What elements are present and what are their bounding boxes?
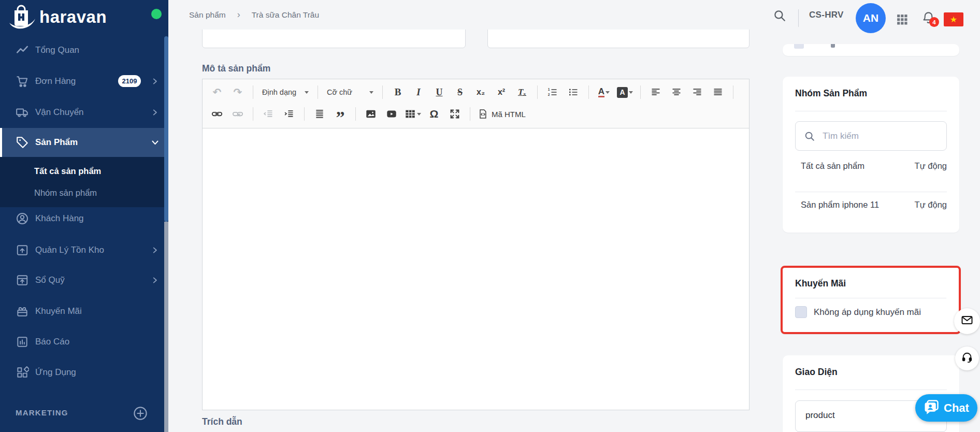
link-icon[interactable] (208, 106, 226, 122)
flag-star: ★ (950, 15, 957, 24)
toolbar-row-1: ↶ ↷ Định dạng Cỡ chữ B I U S x₂ x² Tₓ 12… (208, 81, 744, 103)
support-headset-fab[interactable] (955, 347, 979, 370)
html-source-label: Mã HTML (492, 110, 526, 119)
insert-table-dropdown[interactable] (403, 106, 423, 122)
top-bar: Sản phẩm › Trà sữa Chân Trâu CS-HRV AN 4… (168, 0, 980, 30)
collections-search[interactable] (795, 121, 947, 151)
vietnam-flag-icon[interactable]: ★ (944, 12, 963, 26)
line-chart-icon (16, 44, 29, 57)
collections-title: Nhóm Sản Phẩm (795, 88, 867, 99)
insert-image-icon[interactable] (362, 106, 380, 122)
chevron-right-icon (151, 277, 158, 284)
blockquote-icon[interactable]: ” (331, 103, 350, 125)
sidebar-item-bao-cao[interactable]: Báo Cáo (0, 327, 164, 356)
avatar[interactable]: AN (856, 3, 886, 33)
indent-icon[interactable] (280, 106, 298, 122)
sidebar-item-ung-dung[interactable]: Ứng Dụng (0, 358, 164, 387)
search-icon (804, 131, 815, 142)
remove-format-icon[interactable]: Tₓ (513, 84, 531, 100)
align-left-icon[interactable] (646, 84, 665, 100)
promotion-card-highlighted: Khuyến Mãi Không áp dụng khuyến mãi (781, 266, 961, 334)
promotion-title: Khuyến Mãi (795, 278, 846, 289)
collection-item-name[interactable]: Tất cả sản phẩm (801, 160, 864, 172)
sidebar-item-khach-hang[interactable]: Khách Hàng (0, 204, 164, 233)
sidebar-item-san-pham[interactable]: Sản Phẩm (0, 128, 164, 157)
editor-toolbar: ↶ ↷ Định dạng Cỡ chữ B I U S x₂ x² Tₓ 12… (203, 79, 749, 128)
no-promotion-checkbox[interactable] (795, 306, 807, 318)
line-height-icon[interactable] (310, 106, 329, 122)
align-center-icon[interactable] (667, 84, 686, 100)
sidebar-item-quan-ly-ton-kho[interactable]: Quản Lý Tồn Kho (0, 236, 164, 265)
sidebar-item-khuyen-mai[interactable]: Khuyến Mãi (0, 297, 164, 326)
search-icon[interactable] (773, 9, 786, 24)
truck-icon (16, 106, 29, 119)
sidebar-scrollbar-thumb[interactable] (164, 36, 168, 222)
align-justify-icon[interactable] (709, 84, 727, 100)
chat-button[interactable]: Chat (915, 394, 977, 422)
align-right-icon[interactable] (688, 84, 707, 100)
cart-icon (16, 75, 29, 88)
bullet-list-icon[interactable] (564, 84, 583, 100)
editor-content-area[interactable] (203, 128, 749, 406)
collection-item-mode: Tự động (915, 200, 947, 210)
mail-fab[interactable] (954, 308, 980, 334)
headset-icon (961, 352, 973, 365)
format-dropdown[interactable]: Định dạng (259, 84, 312, 100)
status-online-dot (151, 9, 162, 19)
theme-title: Giao Diện (795, 367, 838, 378)
italic-icon[interactable]: I (409, 84, 428, 100)
store-code[interactable]: CS-HRV (809, 10, 844, 20)
ordered-list-icon[interactable]: 12 (543, 84, 562, 100)
svg-text:1: 1 (548, 88, 550, 91)
orders-count-badge: 2109 (118, 75, 141, 87)
collections-search-input[interactable] (822, 131, 932, 142)
background-color-dropdown[interactable]: A (615, 84, 635, 100)
divider (795, 192, 947, 192)
caret-down-icon (629, 91, 633, 94)
collection-item-name[interactable]: Sản phẩm iphone 11 (801, 198, 879, 211)
superscript-icon[interactable]: x² (492, 84, 511, 100)
haravan-bag-icon (7, 3, 37, 31)
underline-icon[interactable]: U (430, 84, 449, 100)
report-icon (16, 335, 29, 349)
collections-card: Nhóm Sản Phẩm Tất cả sản phẩm Tự động Sả… (783, 77, 959, 233)
sidebar-item-tong-quan[interactable]: Tổng Quan (0, 36, 164, 65)
divider (795, 298, 946, 298)
apps-grid-icon[interactable] (896, 13, 909, 28)
html-source-button[interactable]: Mã HTML (476, 106, 527, 122)
sidebar: haravan Tổng Quan Đơn Hàng 2109 Vận Chuy… (0, 0, 168, 432)
logo-wordmark: haravan (39, 7, 107, 27)
inventory-icon (16, 243, 29, 257)
no-promotion-label: Không áp dụng khuyến mãi (814, 307, 921, 318)
visibility-card-partial (783, 44, 959, 56)
sidebar-item-don-hang[interactable]: Đơn Hàng 2109 (0, 67, 164, 96)
redo-icon[interactable]: ↷ (228, 84, 247, 100)
add-marketing-icon[interactable] (133, 406, 148, 423)
sidebar-item-so-quy[interactable]: Sổ Quỹ (0, 266, 164, 295)
chat-bubble-icon (924, 399, 939, 417)
sidebar-scrollbar-track[interactable] (164, 222, 168, 432)
breadcrumb-current: Trà sữa Chân Trâu (252, 10, 319, 20)
caret-down-icon (369, 91, 373, 94)
submenu-item-nhom-san-pham[interactable]: Nhóm sản phẩm (34, 188, 97, 198)
fontsize-dropdown[interactable]: Cỡ chữ (324, 84, 377, 100)
sidebar-item-van-chuyen[interactable]: Vận Chuyển (0, 98, 164, 127)
text-color-dropdown[interactable]: A (595, 84, 613, 100)
fullscreen-icon[interactable] (445, 106, 464, 122)
insert-video-icon[interactable] (382, 106, 401, 122)
divider (795, 111, 947, 111)
special-char-icon[interactable]: Ω (425, 106, 443, 122)
haravan-logo[interactable]: haravan (7, 3, 107, 31)
cut-checkbox-fragment (794, 44, 804, 49)
submenu-item-tat-ca-san-pham[interactable]: Tất cả sản phẩm (34, 166, 101, 176)
bold-icon[interactable]: B (388, 84, 407, 100)
breadcrumb-separator-icon: › (237, 9, 240, 20)
svg-text:2: 2 (548, 93, 550, 96)
unlink-icon[interactable] (228, 106, 247, 122)
outdent-icon[interactable] (259, 106, 278, 122)
subscript-icon[interactable]: x₂ (471, 84, 490, 100)
breadcrumb-parent[interactable]: Sản phẩm (189, 10, 226, 20)
caret-down-icon (606, 91, 610, 94)
strikethrough-icon[interactable]: S (451, 84, 469, 100)
undo-icon[interactable]: ↶ (208, 84, 226, 100)
